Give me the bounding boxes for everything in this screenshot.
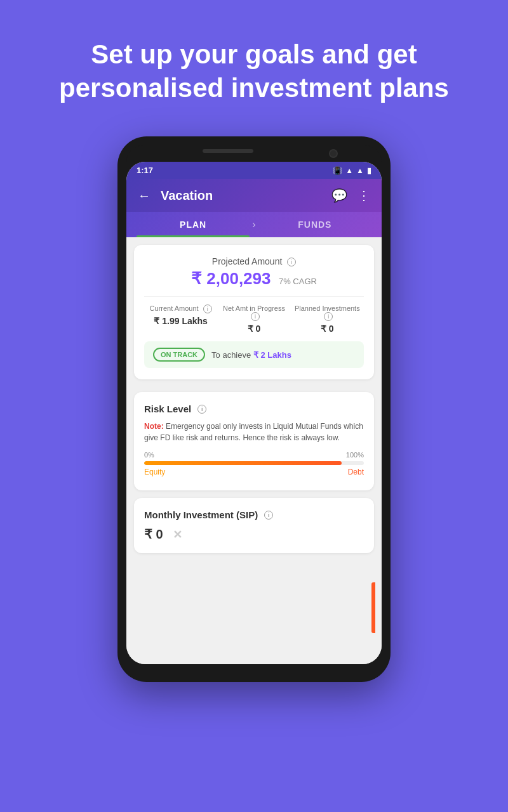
status-time: 1:17 <box>137 166 153 175</box>
hero-section: Set up your goals and get personalised i… <box>0 0 508 130</box>
planned-label: Planned Investments i <box>291 304 364 321</box>
tab-plan[interactable]: PLAN <box>137 212 250 237</box>
risk-card: Risk Level i Note: Emergency goal only i… <box>134 392 374 490</box>
risk-note: Note: Emergency goal only invests in Liq… <box>144 421 364 443</box>
app-header: ← Vacation 💬 ⋮ <box>126 179 382 212</box>
monthly-info-icon[interactable]: i <box>264 511 273 520</box>
equity-label: Equity <box>144 468 165 476</box>
monthly-edit-icon[interactable]: ✕ <box>173 528 182 541</box>
on-track-badge: ON TRACK <box>153 348 205 362</box>
content-area: Projected Amount i ₹ 2,00,293 7% CAGR Cu… <box>126 237 382 664</box>
tab-funds[interactable]: FUNDS <box>258 212 371 237</box>
risk-bar-track <box>144 461 364 465</box>
note-label: Note: <box>144 422 164 431</box>
status-bar: 1:17 📳 ▲ ▲ ▮ <box>126 162 382 179</box>
net-amt-value: ₹ 0 <box>217 324 290 334</box>
risk-bar-fill <box>144 461 342 465</box>
projected-info-icon[interactable]: i <box>287 258 296 266</box>
screen-title: Vacation <box>161 188 213 203</box>
on-track-amount: ₹ 2 Lakhs <box>253 350 291 360</box>
phone-screen: 1:17 📳 ▲ ▲ ▮ ← Vacation 💬 ⋮ <box>126 162 382 664</box>
battery-icon: ▮ <box>367 166 371 175</box>
chat-icon[interactable]: 💬 <box>331 188 347 203</box>
net-info-icon[interactable]: i <box>251 312 260 321</box>
current-amount-label: Current Amount i <box>144 304 217 313</box>
planned-value: ₹ 0 <box>291 324 364 334</box>
risk-bar-start: 0% <box>144 451 154 459</box>
monthly-amount: ₹ 0 ✕ <box>144 527 364 542</box>
phone-outer: 1:17 📳 ▲ ▲ ▮ ← Vacation 💬 ⋮ <box>117 136 391 682</box>
tabs-bar: PLAN › FUNDS <box>126 212 382 237</box>
monthly-title: Monthly Investment (SIP) i <box>144 509 364 520</box>
risk-info-icon[interactable]: i <box>197 405 206 414</box>
risk-bar-container: 0% 100% Equity Debt <box>144 451 364 476</box>
current-info-icon[interactable]: i <box>203 304 212 313</box>
phone-notch <box>126 145 382 162</box>
stats-row: Current Amount i ₹ 1.99 Lakhs Net Amt in… <box>144 296 364 334</box>
projected-amount-row: ₹ 2,00,293 7% CAGR <box>144 269 364 289</box>
current-amount-stat: Current Amount i ₹ 1.99 Lakhs <box>144 304 217 334</box>
more-options-icon[interactable]: ⋮ <box>358 188 370 203</box>
cagr-label: 7% CAGR <box>279 277 317 286</box>
wifi-icon: ▲ <box>345 166 353 175</box>
back-button[interactable]: ← <box>138 188 150 203</box>
net-amt-stat: Net Amt in Progress i ₹ 0 <box>217 304 290 334</box>
debt-label: Debt <box>348 468 364 476</box>
tab-arrow: › <box>250 219 258 230</box>
vibrate-icon: 📳 <box>333 166 342 175</box>
planned-stat: Planned Investments i ₹ 0 <box>291 304 364 334</box>
monthly-card: Monthly Investment (SIP) i ₹ 0 ✕ <box>134 498 374 553</box>
on-track-row: ON TRACK To achieve ₹ 2 Lakhs <box>144 341 364 368</box>
net-amt-label: Net Amt in Progress i <box>217 304 290 321</box>
status-icons: 📳 ▲ ▲ ▮ <box>333 166 371 175</box>
risk-bar-end: 100% <box>346 451 364 459</box>
projected-card: Projected Amount i ₹ 2,00,293 7% CAGR Cu… <box>134 245 374 379</box>
projected-label: Projected Amount i <box>144 256 364 266</box>
phone-speaker <box>203 149 253 153</box>
planned-info-icon[interactable]: i <box>324 312 333 321</box>
on-track-text: To achieve ₹ 2 Lakhs <box>211 350 291 360</box>
risk-section-title: Risk Level i <box>144 403 364 414</box>
sidebar-accent <box>371 582 375 633</box>
front-camera <box>329 149 338 158</box>
projected-amount-value: ₹ 2,00,293 <box>191 269 271 288</box>
current-amount-value: ₹ 1.99 Lakhs <box>144 316 217 326</box>
hero-title: Set up your goals and get personalised i… <box>51 38 457 105</box>
signal-icon: ▲ <box>356 166 364 175</box>
phone-wrapper: 1:17 📳 ▲ ▲ ▮ ← Vacation 💬 ⋮ <box>0 136 508 682</box>
